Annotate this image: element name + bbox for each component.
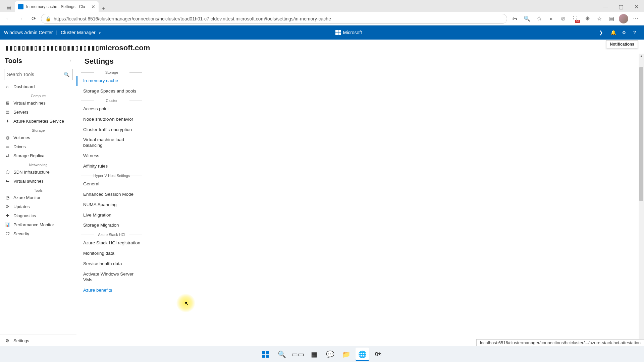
menu-icon[interactable]: ⋯ [630,13,641,24]
perf-icon: 📊 [5,222,10,227]
collapse-sidebar-icon[interactable]: 〈 [68,58,72,64]
settings-item-virtual-machine-load-balancing[interactable]: Virtual machine load balancing [76,135,147,151]
browser-tab[interactable]: In-memory cache - Settings - Clu ✕ [15,1,99,12]
sidebar-item-servers[interactable]: ▤Servers [0,108,76,117]
sidebar-item-virtual-machines[interactable]: 🖥Virtual machines [0,99,76,108]
settings-item-witness[interactable]: Witness [76,151,147,161]
notifications-icon[interactable]: 🔔 [608,27,619,38]
settings-item-node-shutdown-behavior[interactable]: Node shutdown behavior [76,114,147,125]
profile-avatar[interactable] [618,13,629,24]
close-tab-icon[interactable]: ✕ [91,4,95,9]
tools-sidebar: Tools 〈 Search Tools 🔍 ⌂DashboardCompute… [0,54,76,347]
settings-item-service-health-data[interactable]: Service health data [76,259,147,269]
settings-group-label: Hyper-V Host Settings [83,174,140,178]
address-bar[interactable]: 🔒 https://localhost:6516/clustermanager/… [41,14,507,24]
favorites-bar-icon[interactable]: ☆ [594,13,605,24]
sidebar-item-azure-monitor[interactable]: ◔Azure Monitor [0,193,76,202]
server-icon: ▤ [5,110,10,115]
vertical-scrollbar[interactable]: ▲ ▼ [639,54,644,347]
sidebar-item-virtual-switches[interactable]: ⇋Virtual switches [0,177,76,186]
sidebar-item-settings[interactable]: ⚙ Settings [0,335,76,347]
zoom-icon[interactable]: 🔍 [521,13,533,24]
adblock-icon[interactable]: 🛡10 [570,13,581,24]
sidebar-item-sdn-infrastructure[interactable]: ⬡SDN Infrastructure [0,168,76,177]
home-icon: ⌂ [5,84,10,89]
security-icon: 🛡 [5,231,10,236]
status-bar-url: localhost:6516/clustermanager/connection… [476,339,644,347]
new-tab-button[interactable]: ＋ [99,4,109,12]
settings-item-numa-spanning[interactable]: NUMA Spanning [76,200,147,210]
scroll-up-icon[interactable]: ▲ [639,54,644,58]
settings-item-general[interactable]: General [76,179,147,189]
sidebar-item-performance-monitor[interactable]: 📊Performance Monitor [0,220,76,229]
notifications-tooltip: Notifications [606,40,638,48]
reading-list-icon[interactable]: ▤ [606,13,617,24]
settings-item-activate-windows-server-vms[interactable]: Activate Windows Server VMs [76,269,147,285]
sidebar-item-dashboard[interactable]: ⌂Dashboard [0,82,76,91]
back-button[interactable]: ← [3,13,13,24]
tools-group-label: Compute [0,94,76,98]
widgets-icon[interactable]: ▦ [307,348,321,361]
favorite-icon[interactable]: ✩ [533,13,545,24]
settings-item-monitoring-data[interactable]: Monitoring data [76,248,147,259]
password-icon[interactable]: 🗝 [509,13,521,24]
cursor-highlight [176,294,195,312]
sidebar-item-drives[interactable]: ▭Drives [0,142,76,151]
context-dropdown[interactable]: Cluster Manager ▾ [61,30,100,35]
sidebar-item-storage-replica[interactable]: ⇄Storage Replica [0,151,76,160]
vswitch-icon: ⇋ [5,179,10,184]
product-title[interactable]: Windows Admin Center [4,30,53,35]
sidebar-item-azure-kubernetes-service[interactable]: ✦Azure Kubernetes Service [0,117,76,126]
tab-favicon-icon [18,4,23,9]
sidebar-item-volumes[interactable]: ◍Volumes [0,133,76,142]
collections-icon[interactable]: ⎚ [557,13,569,24]
cluster-name-suffix: microsoft.com [99,44,150,52]
settings-item-storage-migration[interactable]: Storage Migration [76,220,147,231]
settings-item-cluster-traffic-encryption[interactable]: Cluster traffic encryption [76,125,147,135]
powershell-icon[interactable]: ❯_ [597,27,608,38]
scrollbar-thumb[interactable] [639,67,643,201]
close-window-button[interactable]: ✕ [629,1,644,12]
store-icon[interactable]: 🛍 [372,348,385,361]
settings-group-label: Azure Stack HCI [83,233,140,237]
settings-item-enhanced-session-mode[interactable]: Enhanced Session Mode [76,189,147,200]
separator: | [56,30,58,35]
edge-browser-icon[interactable]: 🌐 [356,348,369,361]
extensions-icon[interactable]: ✳ [582,13,593,24]
svg-rect-2 [262,355,265,358]
extensions-overflow-icon[interactable]: » [545,13,557,24]
settings-item-access-point[interactable]: Access point [76,104,147,114]
minimize-button[interactable]: ― [598,1,613,12]
sidebar-item-diagnostics[interactable]: ✚Diagnostics [0,211,76,220]
tools-title: Tools [5,57,22,65]
settings-item-affinity-rules[interactable]: Affinity rules [76,161,147,172]
microsoft-logo: Microsoft [335,30,362,35]
tools-search-input[interactable]: Search Tools 🔍 [4,69,72,80]
svg-rect-3 [266,355,269,358]
settings-item-azure-stack-hci-registration[interactable]: Azure Stack HCI registration [76,238,147,248]
settings-icon[interactable]: ⚙ [619,27,629,38]
settings-item-storage-spaces-and-pools[interactable]: Storage Spaces and pools [76,86,147,97]
task-view-icon[interactable]: ▭▭ [291,348,305,361]
settings-item-azure-benefits[interactable]: Azure benefits [76,285,147,296]
drive-icon: ▭ [5,144,10,149]
chat-icon[interactable]: 💬 [323,348,337,361]
taskbar: 🔍 ▭▭ ▦ 💬 📁 🌐 🛍 [0,346,644,362]
tab-actions-icon[interactable]: ▤ [3,3,15,12]
taskbar-search-icon[interactable]: 🔍 [275,348,288,361]
volume-icon: ◍ [5,135,10,140]
file-explorer-icon[interactable]: 📁 [339,348,353,361]
sidebar-item-updates[interactable]: ⟳Updates [0,202,76,211]
settings-item-in-memory-cache[interactable]: In-memory cache [76,76,147,86]
sidebar-item-security[interactable]: 🛡Security [0,229,76,238]
forward-button: → [15,13,26,24]
cursor-icon: ↖ [184,300,189,307]
start-button[interactable] [259,348,272,361]
svg-rect-0 [262,351,265,354]
maximize-button[interactable]: ▢ [613,1,629,12]
help-icon[interactable]: ? [629,27,640,38]
refresh-button[interactable]: ⟳ [28,13,39,24]
settings-item-live-migration[interactable]: Live Migration [76,210,147,221]
url-text: https://localhost:6516/clustermanager/co… [54,16,331,21]
tools-group-label: Networking [0,163,76,167]
